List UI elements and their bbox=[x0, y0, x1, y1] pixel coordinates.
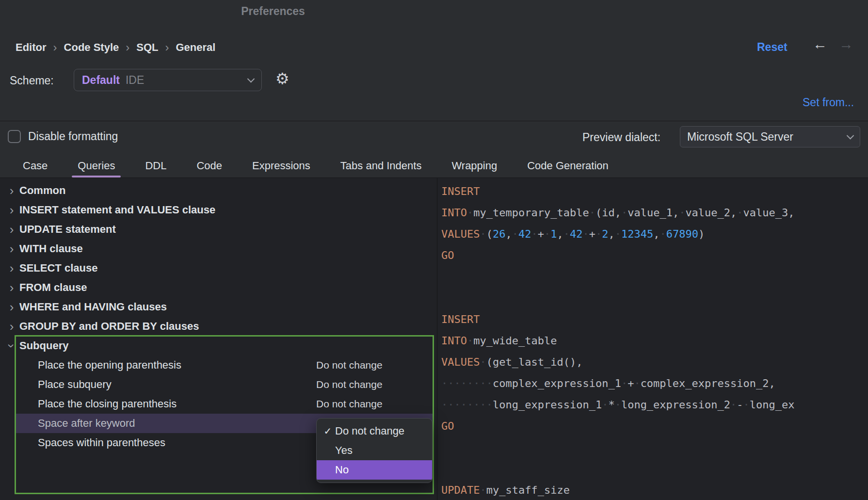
popup-option[interactable]: Yes bbox=[317, 441, 432, 460]
tree-group-row[interactable]: ›Subquery bbox=[0, 336, 437, 355]
tree-group-label: UPDATE statement bbox=[19, 223, 116, 236]
content: ›Common›INSERT statement and VALUES clau… bbox=[0, 178, 868, 500]
breadcrumb-separator: › bbox=[126, 41, 129, 54]
code-line: ········long_expression_1·*·long_express… bbox=[441, 394, 868, 416]
preferences-window: Preferences Editor › Code Style › SQL › … bbox=[0, 0, 868, 500]
code-line: INSERT bbox=[441, 309, 868, 330]
code-line: GO bbox=[441, 416, 868, 437]
chevron-right-icon[interactable]: › bbox=[4, 262, 19, 274]
tree-child-row[interactable]: Place the closing parenthesisDo not chan… bbox=[0, 394, 437, 414]
popup-option-label: Yes bbox=[335, 444, 353, 457]
tree-group-label: Common bbox=[19, 184, 65, 197]
tree-group-row[interactable]: ›FROM clause bbox=[0, 278, 437, 297]
scheme-value: Default bbox=[82, 74, 120, 87]
tree-child-row[interactable]: Place the opening parenthesisDo not chan… bbox=[0, 355, 437, 375]
chevron-down-icon bbox=[247, 75, 255, 82]
scheme-select[interactable]: Default IDE bbox=[74, 69, 262, 91]
breadcrumb-item-sql[interactable]: SQL bbox=[136, 41, 158, 54]
chevron-down-icon[interactable]: › bbox=[5, 338, 18, 354]
disable-formatting-checkbox[interactable] bbox=[8, 130, 21, 143]
tab-code[interactable]: Code bbox=[189, 154, 229, 177]
settings-tree: ›Common›INSERT statement and VALUES clau… bbox=[0, 178, 437, 500]
tree-child-value[interactable]: Do not change bbox=[316, 379, 383, 390]
popup-option[interactable]: ✓Do not change bbox=[317, 421, 432, 441]
breadcrumb-item-code-style[interactable]: Code Style bbox=[64, 41, 119, 54]
tree-child-label: Place the closing parenthesis bbox=[38, 398, 177, 410]
code-line: VALUES·(get_last_id(), bbox=[441, 352, 868, 373]
disable-formatting-label[interactable]: Disable formatting bbox=[28, 130, 118, 143]
popup-option[interactable]: No bbox=[317, 460, 432, 480]
scheme-label: Scheme: bbox=[10, 74, 54, 87]
tree-group-label: FROM clause bbox=[19, 281, 87, 294]
code-line: ········complex_expression_1·+·complex_e… bbox=[441, 373, 868, 394]
checkmark-icon: ✓ bbox=[321, 425, 335, 437]
gear-icon[interactable]: ⚙ bbox=[275, 71, 289, 86]
chevron-right-icon[interactable]: › bbox=[4, 301, 19, 313]
set-from-link[interactable]: Set from... bbox=[803, 96, 854, 109]
chevron-right-icon[interactable]: › bbox=[4, 320, 19, 333]
tree-group-label: GROUP BY and ORDER BY clauses bbox=[19, 320, 199, 333]
breadcrumb-separator: › bbox=[53, 41, 57, 54]
tree-group-row[interactable]: ›INSERT statement and VALUES clause bbox=[0, 200, 437, 220]
value-dropdown-popup: ✓Do not changeYesNo bbox=[316, 418, 433, 483]
tab-wrapping[interactable]: Wrapping bbox=[444, 154, 504, 177]
code-line: GO bbox=[441, 245, 868, 266]
code-line: INTO·my_temporary_table·(id,·value_1,·va… bbox=[441, 202, 868, 224]
chevron-right-icon[interactable]: › bbox=[4, 242, 19, 255]
breadcrumb-item-general[interactable]: General bbox=[176, 41, 216, 54]
chevron-right-icon[interactable]: › bbox=[4, 204, 19, 216]
breadcrumb: Editor › Code Style › SQL › General bbox=[16, 41, 215, 54]
preview-dialect-select[interactable]: Microsoft SQL Server bbox=[680, 126, 860, 147]
tree-group-label: INSERT statement and VALUES clause bbox=[19, 204, 215, 216]
code-preview[interactable]: INSERTINTO·my_temporary_table·(id,·value… bbox=[437, 178, 868, 500]
tree-group-label: SELECT clause bbox=[19, 262, 97, 274]
tree-group-row[interactable]: ›WHERE and HAVING clauses bbox=[0, 297, 437, 317]
popup-option-label: Do not change bbox=[335, 425, 404, 437]
tab-queries[interactable]: Queries bbox=[70, 154, 122, 177]
format-bar: Disable formatting Preview dialect: Micr… bbox=[0, 121, 868, 178]
tree-group-row[interactable]: ›UPDATE statement bbox=[0, 220, 437, 239]
tab-tabs-and-indents[interactable]: Tabs and Indents bbox=[333, 154, 429, 177]
tree-group-row[interactable]: ›Common bbox=[0, 181, 437, 200]
tab-code-generation[interactable]: Code Generation bbox=[520, 154, 616, 177]
back-arrow-icon[interactable]: ← bbox=[813, 36, 827, 52]
tab-expressions[interactable]: Expressions bbox=[245, 154, 318, 177]
code-line bbox=[441, 458, 868, 480]
tree-child-label: Space after keyword bbox=[38, 417, 135, 430]
chevron-right-icon[interactable]: › bbox=[4, 223, 19, 236]
code-line: VALUES·(26,·42·+·1,·42·+·2,·12345,·67890… bbox=[441, 224, 868, 245]
preview-dialect-label: Preview dialect: bbox=[582, 131, 660, 144]
tree-group-label: Subquery bbox=[19, 339, 68, 352]
tree-group-label: WHERE and HAVING clauses bbox=[19, 301, 167, 313]
code-line: UPDATE·my_staff_size bbox=[441, 480, 868, 500]
chevron-down-icon bbox=[847, 131, 854, 139]
code-line bbox=[441, 437, 868, 458]
forward-arrow-icon[interactable]: → bbox=[839, 36, 853, 52]
tree-child-row[interactable]: Place subqueryDo not change bbox=[0, 375, 437, 394]
breadcrumb-item-editor[interactable]: Editor bbox=[16, 41, 47, 54]
tree-group-row[interactable]: ›WITH clause bbox=[0, 239, 437, 258]
tree-child-value[interactable]: Do not change bbox=[316, 359, 383, 371]
preview-dialect-value: Microsoft SQL Server bbox=[687, 130, 793, 144]
breadcrumb-separator: › bbox=[165, 41, 169, 54]
tree-child-label: Place subquery bbox=[38, 378, 112, 391]
code-line: INTO·my_wide_table bbox=[441, 330, 868, 352]
tree-group-row[interactable]: ›GROUP BY and ORDER BY clauses bbox=[0, 317, 437, 336]
tree-child-label: Place the opening parenthesis bbox=[38, 359, 181, 371]
chevron-right-icon[interactable]: › bbox=[4, 184, 19, 197]
tab-ddl[interactable]: DDL bbox=[138, 154, 174, 177]
tab-case[interactable]: Case bbox=[16, 154, 55, 177]
tree-child-label: Spaces within parentheses bbox=[38, 436, 165, 449]
header: Preferences Editor › Code Style › SQL › … bbox=[0, 0, 868, 121]
reset-button[interactable]: Reset bbox=[757, 41, 788, 54]
tree-child-value[interactable]: Do not change bbox=[316, 398, 383, 410]
tree-group-row[interactable]: ›SELECT clause bbox=[0, 258, 437, 278]
code-line bbox=[441, 288, 868, 309]
popup-option-label: No bbox=[335, 464, 349, 476]
window-title: Preferences bbox=[241, 5, 305, 18]
chevron-right-icon[interactable]: › bbox=[4, 281, 19, 294]
code-line: INSERT bbox=[441, 181, 868, 202]
code-preview-lines: INSERTINTO·my_temporary_table·(id,·value… bbox=[441, 181, 868, 500]
code-line bbox=[441, 266, 868, 288]
tab-bar: Case Queries DDL Code Expressions Tabs a… bbox=[16, 154, 631, 177]
